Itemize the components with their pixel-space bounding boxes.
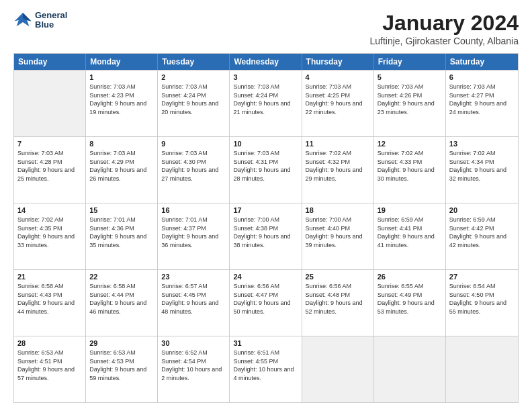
page: General Blue January 2024 Luftinje, Gjir… [0,0,532,411]
day-number: 22 [89,273,154,281]
calendar-cell: 24 Sunrise: 6:56 AMSunset: 4:47 PMDaylig… [230,270,302,336]
cell-info: Sunrise: 6:54 AMSunset: 4:50 PMDaylight:… [449,282,515,316]
calendar-cell: 9 Sunrise: 7:03 AMSunset: 4:30 PMDayligh… [158,137,230,203]
calendar-cell: 5 Sunrise: 7:03 AMSunset: 4:26 PMDayligh… [374,71,446,136]
subtitle: Luftinje, Gjirokaster County, Albania [369,36,519,46]
day-number: 25 [306,273,370,281]
day-number: 7 [17,140,82,148]
calendar-cell: 11 Sunrise: 7:02 AMSunset: 4:32 PMDaylig… [302,137,374,203]
calendar-row: 21 Sunrise: 6:58 AMSunset: 4:43 PMDaylig… [14,269,518,336]
calendar-cell: 6 Sunrise: 7:03 AMSunset: 4:27 PMDayligh… [446,71,518,136]
calendar-cell [14,71,86,136]
title-block: January 2024 Luftinje, Gjirokaster Count… [369,11,519,46]
cell-info: Sunrise: 7:02 AMSunset: 4:35 PMDaylight:… [17,216,82,249]
calendar-cell: 2 Sunrise: 7:03 AMSunset: 4:24 PMDayligh… [158,71,230,136]
calendar-cell: 20 Sunrise: 6:59 AMSunset: 4:42 PMDaylig… [446,203,518,269]
cell-info: Sunrise: 7:00 AMSunset: 4:40 PMDaylight:… [306,216,370,249]
calendar-row: 1 Sunrise: 7:03 AMSunset: 4:23 PMDayligh… [14,70,518,136]
day-number: 5 [378,73,442,81]
day-number: 27 [449,273,515,281]
day-number: 30 [161,339,226,347]
calendar-day-header: Friday [374,54,446,70]
day-number: 6 [449,73,515,81]
calendar-cell: 23 Sunrise: 6:57 AMSunset: 4:45 PMDaylig… [158,270,230,336]
calendar-day-header: Wednesday [230,54,302,70]
day-number: 2 [161,73,226,81]
calendar-cell: 10 Sunrise: 7:03 AMSunset: 4:31 PMDaylig… [230,137,302,203]
cell-info: Sunrise: 6:59 AMSunset: 4:41 PMDaylight:… [378,216,442,249]
day-number: 4 [306,73,370,81]
cell-info: Sunrise: 6:56 AMSunset: 4:47 PMDaylight:… [233,282,298,316]
calendar-cell [446,336,518,402]
day-number: 8 [89,140,154,148]
calendar-day-header: Sunday [14,54,86,70]
calendar: SundayMondayTuesdayWednesdayThursdayFrid… [13,53,519,403]
day-number: 28 [17,339,82,347]
day-number: 24 [233,273,298,281]
calendar-cell: 18 Sunrise: 7:00 AMSunset: 4:40 PMDaylig… [302,203,374,269]
calendar-cell: 22 Sunrise: 6:58 AMSunset: 4:44 PMDaylig… [86,270,158,336]
calendar-cell: 29 Sunrise: 6:53 AMSunset: 4:53 PMDaylig… [86,336,158,402]
calendar-cell: 28 Sunrise: 6:53 AMSunset: 4:51 PMDaylig… [14,336,86,402]
cell-info: Sunrise: 7:03 AMSunset: 4:24 PMDaylight:… [233,83,298,116]
calendar-cell: 31 Sunrise: 6:51 AMSunset: 4:55 PMDaylig… [230,336,302,402]
cell-info: Sunrise: 7:03 AMSunset: 4:26 PMDaylight:… [378,83,442,116]
cell-info: Sunrise: 6:59 AMSunset: 4:42 PMDaylight:… [449,216,515,249]
day-number: 16 [161,206,226,214]
day-number: 12 [378,140,442,148]
cell-info: Sunrise: 6:55 AMSunset: 4:49 PMDaylight:… [378,282,442,316]
calendar-row: 14 Sunrise: 7:02 AMSunset: 4:35 PMDaylig… [14,203,518,269]
cell-info: Sunrise: 6:57 AMSunset: 4:45 PMDaylight:… [161,282,226,316]
day-number: 20 [449,206,515,214]
calendar-cell: 13 Sunrise: 7:02 AMSunset: 4:34 PMDaylig… [446,137,518,203]
day-number: 10 [233,140,298,148]
calendar-day-header: Thursday [302,54,374,70]
cell-info: Sunrise: 7:03 AMSunset: 4:25 PMDaylight:… [306,83,370,116]
calendar-cell: 30 Sunrise: 6:52 AMSunset: 4:54 PMDaylig… [158,336,230,402]
cell-info: Sunrise: 7:03 AMSunset: 4:29 PMDaylight:… [89,149,154,183]
calendar-cell: 21 Sunrise: 6:58 AMSunset: 4:43 PMDaylig… [14,270,86,336]
cell-info: Sunrise: 6:51 AMSunset: 4:55 PMDaylight:… [233,349,298,382]
cell-info: Sunrise: 6:52 AMSunset: 4:54 PMDaylight:… [161,349,226,382]
cell-info: Sunrise: 6:58 AMSunset: 4:44 PMDaylight:… [89,282,154,316]
calendar-cell: 12 Sunrise: 7:02 AMSunset: 4:33 PMDaylig… [374,137,446,203]
day-number: 1 [89,73,154,81]
logo-line1: General [35,11,67,20]
calendar-day-header: Saturday [446,54,518,70]
day-number: 31 [233,339,298,347]
calendar-cell: 19 Sunrise: 6:59 AMSunset: 4:41 PMDaylig… [374,203,446,269]
cell-info: Sunrise: 7:03 AMSunset: 4:28 PMDaylight:… [17,149,82,183]
calendar-body: 1 Sunrise: 7:03 AMSunset: 4:23 PMDayligh… [14,70,518,402]
header: General Blue January 2024 Luftinje, Gjir… [13,11,519,46]
cell-info: Sunrise: 7:02 AMSunset: 4:32 PMDaylight:… [306,149,370,183]
logo-text: General Blue [35,11,67,30]
calendar-cell [374,336,446,402]
cell-info: Sunrise: 7:03 AMSunset: 4:30 PMDaylight:… [161,149,226,183]
calendar-cell: 3 Sunrise: 7:03 AMSunset: 4:24 PMDayligh… [230,71,302,136]
calendar-cell: 16 Sunrise: 7:01 AMSunset: 4:37 PMDaylig… [158,203,230,269]
day-number: 14 [17,206,82,214]
calendar-row: 7 Sunrise: 7:03 AMSunset: 4:28 PMDayligh… [14,136,518,203]
cell-info: Sunrise: 6:53 AMSunset: 4:53 PMDaylight:… [89,349,154,382]
calendar-cell: 25 Sunrise: 6:56 AMSunset: 4:48 PMDaylig… [302,270,374,336]
cell-info: Sunrise: 7:03 AMSunset: 4:23 PMDaylight:… [89,83,154,116]
day-number: 29 [89,339,154,347]
cell-info: Sunrise: 7:01 AMSunset: 4:37 PMDaylight:… [161,216,226,249]
day-number: 23 [161,273,226,281]
calendar-day-header: Monday [86,54,158,70]
calendar-cell: 15 Sunrise: 7:01 AMSunset: 4:36 PMDaylig… [86,203,158,269]
logo-line2: Blue [35,20,67,30]
cell-info: Sunrise: 7:01 AMSunset: 4:36 PMDaylight:… [89,216,154,249]
day-number: 21 [17,273,82,281]
calendar-header: SundayMondayTuesdayWednesdayThursdayFrid… [14,54,518,70]
main-title: January 2024 [369,11,519,36]
day-number: 26 [378,273,442,281]
cell-info: Sunrise: 7:03 AMSunset: 4:27 PMDaylight:… [449,83,515,116]
calendar-cell [302,336,374,402]
calendar-cell: 27 Sunrise: 6:54 AMSunset: 4:50 PMDaylig… [446,270,518,336]
calendar-day-header: Tuesday [158,54,230,70]
calendar-row: 28 Sunrise: 6:53 AMSunset: 4:51 PMDaylig… [14,336,518,402]
calendar-cell: 8 Sunrise: 7:03 AMSunset: 4:29 PMDayligh… [86,137,158,203]
day-number: 11 [306,140,370,148]
cell-info: Sunrise: 6:53 AMSunset: 4:51 PMDaylight:… [17,349,82,382]
